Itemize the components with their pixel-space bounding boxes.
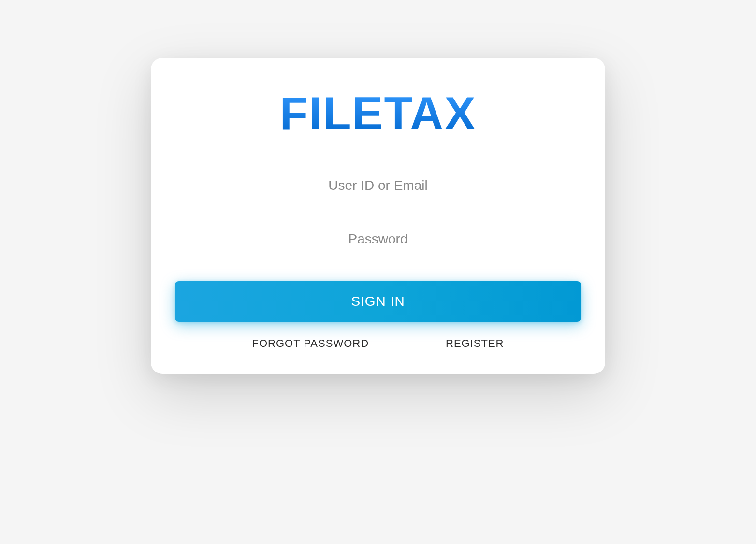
- password-input[interactable]: [175, 223, 581, 256]
- login-card: FILETAX SIGN IN FORGOT PASSWORD REGISTER: [151, 58, 605, 374]
- signin-button[interactable]: SIGN IN: [175, 281, 581, 322]
- forgot-password-link[interactable]: FORGOT PASSWORD: [252, 337, 369, 350]
- user-id-input[interactable]: [175, 169, 581, 202]
- logo-text: FILETAX: [280, 87, 477, 139]
- footer-links: FORGOT PASSWORD REGISTER: [175, 337, 581, 350]
- logo: FILETAX: [175, 87, 581, 140]
- register-link[interactable]: REGISTER: [446, 337, 504, 350]
